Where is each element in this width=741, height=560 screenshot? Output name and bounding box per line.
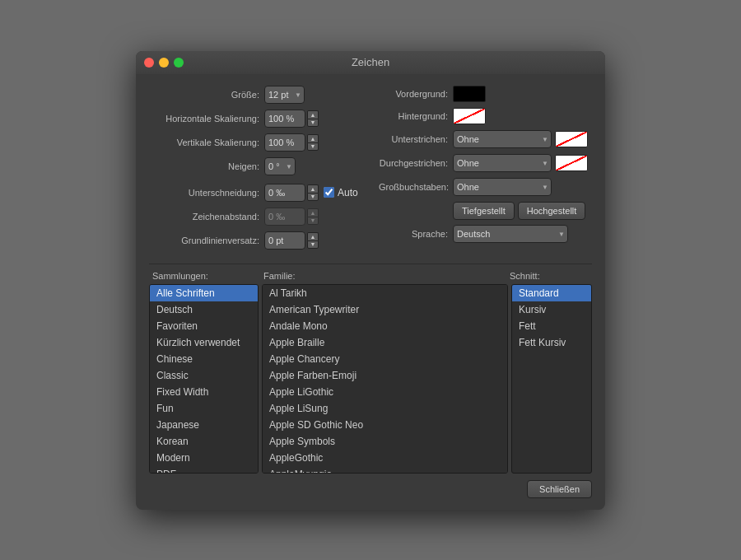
hscale-down[interactable]: ▼ [307, 119, 319, 127]
fg-label: Vordergrund: [379, 89, 453, 99]
underline-row: Unterstrichen: Ohne [379, 130, 592, 148]
list-item[interactable]: Andale Mono [263, 318, 507, 334]
list-item[interactable]: Fun [150, 400, 258, 417]
size-select[interactable]: 12 pt [264, 86, 305, 104]
vscale-up[interactable]: ▲ [307, 134, 319, 142]
list-item[interactable]: Apple Farben-Emoji [263, 367, 507, 384]
baseline-row: Grundlinienversatz: ▲ ▼ [149, 231, 362, 250]
baseline-label: Grundlinienversatz: [149, 236, 264, 245]
list-item[interactable]: Apple Braille [263, 334, 507, 351]
hscale-input[interactable] [264, 110, 305, 128]
size-control: 12 pt [264, 86, 305, 104]
superscript-button[interactable]: Hochgestellt [518, 202, 586, 220]
list-item[interactable]: Alle Schriften [150, 285, 258, 301]
collections-panel[interactable]: Alle SchriftenDeutschFavoritenKürzlich v… [149, 284, 259, 474]
maximize-button[interactable] [174, 58, 184, 68]
caps-label: Großbuchstaben: [379, 182, 453, 192]
charspacing-down[interactable]: ▼ [307, 217, 319, 225]
underline-color-swatch[interactable] [555, 131, 588, 147]
list-item[interactable]: Kürzlich verwendet [150, 334, 258, 351]
list-item[interactable]: Fett [512, 318, 591, 334]
style-header: Schnitt: [510, 271, 592, 281]
vscale-label: Vertikale Skalierung: [149, 138, 264, 147]
vscale-down[interactable]: ▼ [307, 142, 319, 151]
language-dropdown[interactable]: Deutsch [453, 225, 568, 243]
strikethrough-row: Durchgestrichen: Ohne [379, 154, 592, 172]
tilt-dropdown[interactable]: 0 ° [264, 157, 296, 175]
style-panel[interactable]: StandardKursivFettFett Kursiv [511, 284, 592, 474]
kerning-input[interactable] [264, 184, 305, 202]
charspacing-row: Zeichenabstand: ▲ ▼ [149, 208, 362, 226]
close-button[interactable] [144, 58, 154, 68]
list-item[interactable]: Japanese [150, 417, 258, 433]
kerning-spinner: ▲ ▼ [307, 184, 319, 201]
family-panel[interactable]: Al TarikhAmerican TypewriterAndale MonoA… [262, 284, 508, 474]
strikethrough-control: Ohne [453, 154, 588, 172]
baseline-down[interactable]: ▼ [307, 240, 319, 249]
caps-select[interactable]: Ohne [453, 178, 552, 196]
underline-label: Unterstrichen: [379, 134, 453, 144]
list-item[interactable]: Korean [150, 433, 258, 450]
baseline-spinner: ▲ ▼ [307, 232, 319, 249]
bg-row: Hintergrund: [379, 108, 592, 124]
list-item[interactable]: Apple SD Gothic Neo [263, 417, 507, 433]
charspacing-up[interactable]: ▲ [307, 208, 319, 217]
charspacing-input[interactable] [264, 208, 305, 226]
collections-header: Sammlungen: [152, 271, 263, 281]
list-item[interactable]: Al Tarikh [263, 285, 507, 301]
list-item[interactable]: American Typewriter [263, 301, 507, 318]
strikethrough-dropdown[interactable]: Ohne [453, 154, 552, 172]
vscale-spinner: ▲ ▼ [307, 134, 319, 151]
right-form: Vordergrund: Hintergrund: Unterstrichen: [379, 86, 592, 255]
strikethrough-select[interactable]: Ohne [453, 154, 552, 172]
bg-color-swatch[interactable] [453, 108, 486, 124]
charspacing-label: Zeichenabstand: [149, 212, 264, 222]
list-item[interactable]: Apple LiGothic [263, 384, 507, 400]
kerning-down[interactable]: ▼ [307, 193, 319, 201]
auto-checkbox[interactable] [324, 187, 334, 198]
script-buttons: Tiefgestellt Hochgestellt [453, 202, 592, 220]
list-item[interactable]: Chinese [150, 351, 258, 367]
hscale-control: ▲ ▼ [264, 110, 319, 128]
list-item[interactable]: Kursiv [512, 301, 591, 318]
bg-control [453, 108, 486, 124]
baseline-up[interactable]: ▲ [307, 232, 319, 240]
list-item[interactable]: Modern [150, 450, 258, 466]
size-dropdown[interactable]: 12 pt [264, 86, 305, 104]
underline-select[interactable]: Ohne [453, 130, 552, 148]
titlebar: Zeichen [136, 51, 605, 74]
tilt-control: 0 ° [264, 157, 296, 175]
subscript-button[interactable]: Tiefgestellt [453, 202, 515, 220]
list-item[interactable]: Standard [512, 285, 591, 301]
list-item[interactable]: Apple LiSung [263, 400, 507, 417]
list-item[interactable]: Fett Kursiv [512, 334, 591, 351]
fg-row: Vordergrund: [379, 86, 592, 102]
tilt-select[interactable]: 0 ° [264, 157, 296, 175]
traffic-lights [144, 58, 184, 68]
close-button-bottom[interactable]: Schließen [527, 480, 592, 498]
footer-row: Schließen [149, 480, 592, 502]
family-header: Familie: [263, 271, 510, 281]
list-item[interactable]: Apple Symbols [263, 433, 507, 450]
strikethrough-color-swatch[interactable] [555, 155, 588, 171]
underline-dropdown[interactable]: Ohne [453, 130, 552, 148]
caps-row: Großbuchstaben: Ohne [379, 178, 592, 196]
caps-dropdown[interactable]: Ohne [453, 178, 552, 196]
list-item[interactable]: AppleMyungjo [263, 466, 507, 474]
list-item[interactable]: Deutsch [150, 301, 258, 318]
hscale-up[interactable]: ▲ [307, 110, 319, 119]
list-item[interactable]: Apple Chancery [263, 351, 507, 367]
minimize-button[interactable] [159, 58, 169, 68]
language-select[interactable]: Deutsch [453, 225, 568, 243]
list-item[interactable]: Classic [150, 367, 258, 384]
size-label: Größe: [149, 90, 264, 100]
baseline-input[interactable] [264, 231, 305, 250]
list-item[interactable]: AppleGothic [263, 450, 507, 466]
list-item[interactable]: Favoriten [150, 318, 258, 334]
fg-color-swatch[interactable] [453, 86, 486, 102]
list-item[interactable]: Fixed Width [150, 384, 258, 400]
charspacing-spinner: ▲ ▼ [307, 208, 319, 225]
kerning-up[interactable]: ▲ [307, 184, 319, 193]
list-item[interactable]: PDF [150, 466, 258, 474]
vscale-input[interactable] [264, 133, 305, 152]
